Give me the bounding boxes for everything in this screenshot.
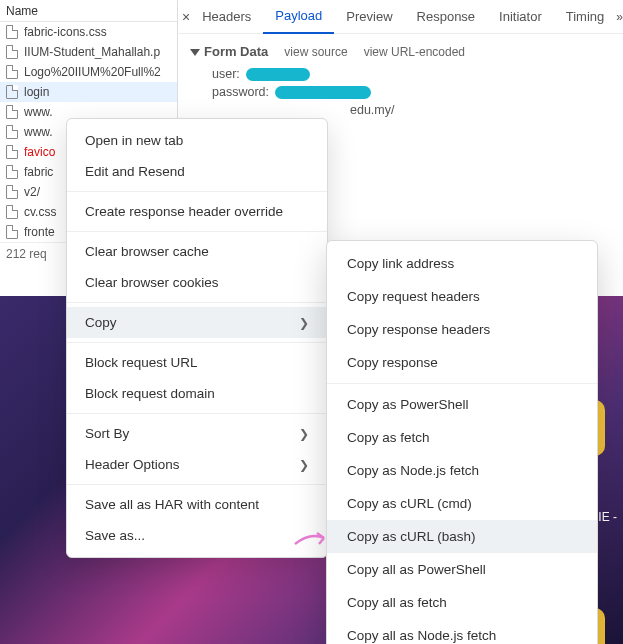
- redacted-value: [246, 68, 310, 81]
- menu-item-header-options[interactable]: Header Options❯: [67, 449, 327, 480]
- file-name: www.: [24, 105, 53, 119]
- menu-item-label: Create response header override: [85, 204, 283, 219]
- menu-item-label: Open in new tab: [85, 133, 183, 148]
- desktop-label: IE -: [598, 510, 617, 524]
- network-request-row[interactable]: fabric-icons.css: [0, 22, 177, 42]
- context-menu[interactable]: Open in new tabEdit and ResendCreate res…: [66, 118, 328, 558]
- tab-preview[interactable]: Preview: [334, 0, 404, 34]
- menu-item-block-request-url[interactable]: Block request URL: [67, 347, 327, 378]
- submenu-item-copy-as-powershell[interactable]: Copy as PowerShell: [327, 388, 597, 421]
- redacted-value: [275, 86, 371, 99]
- menu-item-save-all-as-har-with-content[interactable]: Save all as HAR with content: [67, 489, 327, 520]
- file-icon: [6, 165, 18, 179]
- submenu-item-copy-as-node-js-fetch[interactable]: Copy as Node.js fetch: [327, 454, 597, 487]
- network-request-row[interactable]: login: [0, 82, 177, 102]
- menu-item-save-as[interactable]: Save as...: [67, 520, 327, 551]
- file-icon: [6, 85, 18, 99]
- submenu-item-copy-all-as-powershell[interactable]: Copy all as PowerShell: [327, 553, 597, 586]
- tab-payload[interactable]: Payload: [263, 0, 334, 34]
- file-icon: [6, 45, 18, 59]
- network-request-row[interactable]: Logo%20IIUM%20Full%2: [0, 62, 177, 82]
- menu-item-label: Header Options: [85, 457, 180, 472]
- menu-item-edit-and-resend[interactable]: Edit and Resend: [67, 156, 327, 187]
- close-icon[interactable]: ×: [182, 9, 190, 25]
- menu-item-block-request-domain[interactable]: Block request domain: [67, 378, 327, 409]
- menu-item-label: Clear browser cache: [85, 244, 209, 259]
- submenu-item-copy-link-address[interactable]: Copy link address: [327, 247, 597, 280]
- tab-overflow-button[interactable]: »: [616, 10, 623, 24]
- chevron-right-icon: ❯: [299, 316, 309, 330]
- file-name: Logo%20IIUM%20Full%2: [24, 65, 161, 79]
- column-header-name[interactable]: Name: [0, 0, 177, 22]
- menu-separator: [67, 231, 327, 232]
- form-data-title: Form Data: [204, 44, 268, 59]
- submenu-item-copy-response[interactable]: Copy response: [327, 346, 597, 379]
- menu-separator: [67, 484, 327, 485]
- form-key: user: [212, 67, 240, 81]
- devtools-tabbar: × HeadersPayloadPreviewResponseInitiator…: [178, 0, 623, 34]
- file-icon: [6, 205, 18, 219]
- menu-item-sort-by[interactable]: Sort By❯: [67, 418, 327, 449]
- submenu-item-copy-as-fetch[interactable]: Copy as fetch: [327, 421, 597, 454]
- menu-item-label: Copy: [85, 315, 117, 330]
- submenu-item-copy-all-as-node-js-fetch[interactable]: Copy all as Node.js fetch: [327, 619, 597, 644]
- file-name: v2/: [24, 185, 40, 199]
- file-icon: [6, 225, 18, 239]
- menu-item-label: Block request URL: [85, 355, 198, 370]
- menu-item-label: Save all as HAR with content: [85, 497, 259, 512]
- menu-item-clear-browser-cache[interactable]: Clear browser cache: [67, 236, 327, 267]
- view-source-link[interactable]: view source: [284, 45, 347, 59]
- chevron-right-icon: ❯: [299, 458, 309, 472]
- column-header-label: Name: [6, 4, 38, 18]
- submenu-item-copy-as-curl-cmd[interactable]: Copy as cURL (cmd): [327, 487, 597, 520]
- form-field-user: user: [212, 67, 615, 81]
- menu-separator: [67, 302, 327, 303]
- file-name: favico: [24, 145, 55, 159]
- menu-item-label: Block request domain: [85, 386, 215, 401]
- menu-separator: [67, 191, 327, 192]
- form-data-section: Form Data view source view URL-encoded u…: [178, 34, 623, 123]
- file-icon: [6, 145, 18, 159]
- form-data-toggle[interactable]: Form Data: [190, 44, 268, 59]
- file-icon: [6, 65, 18, 79]
- file-name: IIUM-Student_Mahallah.p: [24, 45, 160, 59]
- url-tail-text: edu.my/: [350, 103, 615, 117]
- file-icon: [6, 105, 18, 119]
- submenu-item-copy-response-headers[interactable]: Copy response headers: [327, 313, 597, 346]
- form-key: password: [212, 85, 269, 99]
- submenu-item-copy-as-curl-bash[interactable]: Copy as cURL (bash): [327, 520, 597, 553]
- chevron-right-icon: ❯: [299, 427, 309, 441]
- file-name: fabric-icons.css: [24, 25, 107, 39]
- submenu-item-copy-request-headers[interactable]: Copy request headers: [327, 280, 597, 313]
- form-field-password: password: [212, 85, 615, 99]
- tab-timing[interactable]: Timing: [554, 0, 617, 34]
- tab-response[interactable]: Response: [405, 0, 488, 34]
- menu-item-clear-browser-cookies[interactable]: Clear browser cookies: [67, 267, 327, 298]
- menu-separator: [327, 383, 597, 384]
- menu-item-label: Clear browser cookies: [85, 275, 219, 290]
- file-icon: [6, 25, 18, 39]
- tab-initiator[interactable]: Initiator: [487, 0, 554, 34]
- file-name: login: [24, 85, 49, 99]
- submenu-item-copy-all-as-fetch[interactable]: Copy all as fetch: [327, 586, 597, 619]
- menu-item-copy[interactable]: Copy❯: [67, 307, 327, 338]
- menu-separator: [67, 413, 327, 414]
- file-name: www.: [24, 125, 53, 139]
- menu-item-label: Edit and Resend: [85, 164, 185, 179]
- menu-item-open-in-new-tab[interactable]: Open in new tab: [67, 125, 327, 156]
- menu-item-create-response-header-override[interactable]: Create response header override: [67, 196, 327, 227]
- file-name: fronte: [24, 225, 55, 239]
- file-icon: [6, 185, 18, 199]
- file-icon: [6, 125, 18, 139]
- chevron-down-icon: [190, 49, 200, 56]
- view-url-encoded-link[interactable]: view URL-encoded: [364, 45, 465, 59]
- tab-headers[interactable]: Headers: [190, 0, 263, 34]
- copy-submenu[interactable]: Copy link addressCopy request headersCop…: [326, 240, 598, 644]
- network-request-row[interactable]: IIUM-Student_Mahallah.p: [0, 42, 177, 62]
- menu-item-label: Sort By: [85, 426, 129, 441]
- menu-separator: [67, 342, 327, 343]
- menu-item-label: Save as...: [85, 528, 145, 543]
- file-name: fabric: [24, 165, 53, 179]
- file-name: cv.css: [24, 205, 56, 219]
